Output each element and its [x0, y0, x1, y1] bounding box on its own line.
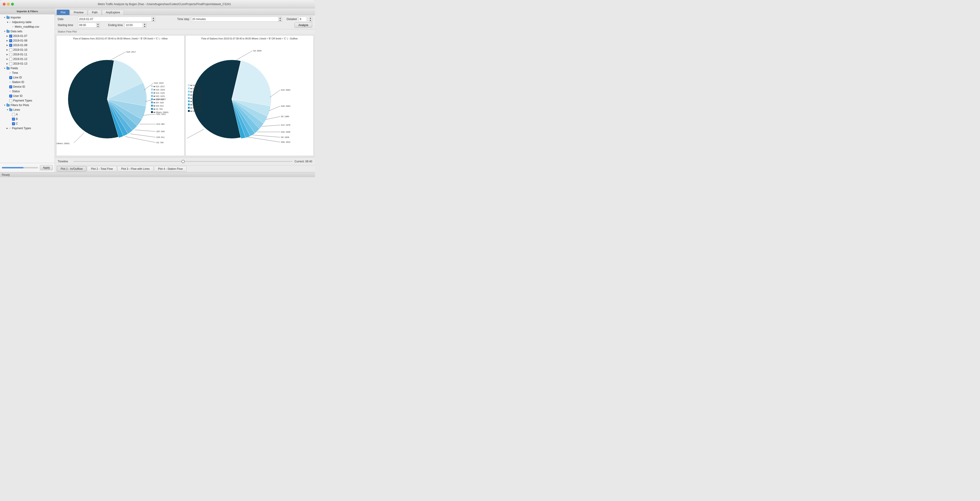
tab-path[interactable]: Path: [88, 10, 102, 15]
sidebar-item-datasets[interactable]: ▼ Data sets: [0, 29, 55, 34]
close-button[interactable]: [3, 3, 6, 6]
apply-button[interactable]: Apply: [40, 165, 53, 170]
controls-row-2: Starting time ▲ ▼ Ending time ▲: [58, 22, 312, 28]
inflow-legend: ■ S15: 2517 ■ S16: 1623 ■ S14: 1101 ■ S2…: [151, 85, 169, 113]
svg-rect-39: [151, 105, 153, 107]
starting-time-input[interactable]: [78, 22, 96, 28]
sidebar-item-2019-01-07[interactable]: ▶ 2019-01-07: [0, 34, 55, 38]
svg-line-68: [247, 137, 280, 142]
minimize-button[interactable]: [7, 3, 10, 6]
inflow-chart-title: Flow of Stations from 2019-01-07 08:40 t…: [73, 37, 168, 40]
start-time-down-btn[interactable]: ▼: [96, 25, 100, 27]
checkbox-payment-types[interactable]: [9, 99, 12, 102]
checkbox-user-id[interactable]: [9, 94, 12, 97]
importer-label: Importer: [11, 16, 21, 19]
svg-text:■ Others: 25601: ■ Others: 25601: [154, 111, 169, 113]
detailed-input[interactable]: [299, 17, 307, 22]
timestep-up-btn[interactable]: ▲: [278, 17, 282, 19]
ending-time-input[interactable]: [124, 22, 143, 28]
sidebar-item-2019-01-13[interactable]: ▶ 2019-01-13: [0, 61, 55, 66]
svg-text:S4: 4630: S4: 4630: [253, 49, 261, 52]
sidebar-item-payment-types[interactable]: Payment Types: [0, 98, 55, 103]
sidebar-item-line-id[interactable]: Line ID: [0, 75, 55, 80]
checkbox-2019-01-11[interactable]: [9, 53, 12, 56]
sidebar-item-2019-01-09[interactable]: ▶ 2019-01-09: [0, 43, 55, 48]
sidebar-item-time[interactable]: ✓ Time: [0, 70, 55, 75]
start-time-up-btn[interactable]: ▲: [96, 23, 100, 25]
sidebar-item-station-id[interactable]: ✓ Station ID: [0, 80, 55, 85]
checkbox-2019-01-13[interactable]: [9, 62, 12, 65]
window-title: Metro Traffic Analyzer by Bugen Zhao - /…: [17, 3, 312, 6]
status-bar: Ready: [0, 172, 315, 177]
svg-text:S56: 1815: S56: 1815: [281, 141, 290, 143]
bottom-tab-stationflow[interactable]: Plot 4 - Station Flow: [154, 166, 186, 172]
sidebar-item-user-id[interactable]: User ID: [0, 94, 55, 98]
checkbox-2019-01-08[interactable]: [9, 39, 12, 42]
sidebar-item-status[interactable]: ✓ Status: [0, 89, 55, 94]
progress-bar: [2, 167, 38, 168]
sidebar-item-filters[interactable]: ▼ Filters for Plots: [0, 103, 55, 107]
tab-plot[interactable]: Plot: [57, 10, 69, 15]
svg-line-19: [135, 130, 156, 131]
timeline-track[interactable]: [73, 161, 293, 162]
date-down-btn[interactable]: ▼: [152, 19, 155, 21]
sidebar-item-payment-types-filter[interactable]: ▶ ✓ Payment Types: [0, 126, 55, 131]
bottom-tab-inoutflow[interactable]: Plot 1 - In/Outflow: [57, 166, 86, 172]
date-up-btn[interactable]: ▲: [152, 17, 155, 19]
checkbox-2019-01-10[interactable]: [9, 48, 12, 51]
outflow-svg: S4: 4630 S15: 3063 S46: 2063 S5: 1980 S1…: [186, 48, 313, 148]
checkbox-2019-01-12[interactable]: [9, 57, 12, 61]
detailed-up-btn[interactable]: ▲: [309, 17, 312, 19]
sidebar: Importer & Filters ▼ Importer ▼ ✓ Adjace…: [0, 8, 55, 172]
detailed-down-btn[interactable]: ▼: [309, 19, 312, 21]
timestep-input[interactable]: [191, 17, 278, 22]
tab-preview[interactable]: Preview: [70, 10, 88, 15]
analyze-button[interactable]: Analyze: [294, 22, 312, 28]
svg-text:■ S46: 2063: ■ S46: 2063: [191, 91, 202, 93]
checkbox-line-a[interactable]: [12, 113, 15, 116]
svg-rect-88: [188, 110, 190, 112]
svg-text:■ S57: 820: ■ S57: 820: [154, 102, 164, 104]
checkbox-2019-01-09[interactable]: [9, 44, 12, 47]
bottom-tab-totalflow[interactable]: Plot 2 - Total Flow: [87, 166, 117, 172]
sidebar-item-line-a[interactable]: A: [0, 112, 55, 117]
checkbox-line-id[interactable]: [9, 76, 12, 79]
svg-text:■ S9: 1828: ■ S9: 1828: [191, 104, 200, 106]
sidebar-item-2019-01-08[interactable]: ▶ 2019-01-08: [0, 38, 55, 43]
checkbox-line-c[interactable]: [12, 122, 15, 125]
date-input[interactable]: [78, 17, 152, 22]
sidebar-item-2019-01-11[interactable]: ▶ 2019-01-11: [0, 52, 55, 57]
svg-line-15: [143, 114, 156, 115]
sidebar-item-2019-01-12[interactable]: ▶ 2019-01-12: [0, 57, 55, 61]
sidebar-item-adjacency[interactable]: ▼ ✓ Adjacency table: [0, 20, 55, 24]
tab-anyexplore[interactable]: AnyExplore: [102, 10, 124, 15]
timestep-down-btn[interactable]: ▼: [278, 19, 282, 21]
sidebar-item-metro-roadmap[interactable]: ✓ Metro_roadMap.csv: [0, 24, 55, 29]
main-content: Plot Preview Path AnyExplore Date: [55, 8, 315, 172]
sidebar-item-line-b[interactable]: B: [0, 117, 55, 121]
sidebar-item-device-id[interactable]: Device ID: [0, 85, 55, 89]
checkbox-line-b[interactable]: [12, 118, 15, 121]
svg-text:S15: 2517: S15: 2517: [126, 51, 136, 53]
fields-label: Fields: [11, 67, 18, 70]
svg-text:■ S5: 1980: ■ S5: 1980: [191, 94, 200, 96]
sidebar-item-2019-01-10[interactable]: ▶ 2019-01-10: [0, 48, 55, 52]
sidebar-item-lines[interactable]: ▼ Lines: [0, 107, 55, 112]
svg-text:S12: 1978: S12: 1978: [281, 124, 290, 126]
end-time-up-btn[interactable]: ▲: [143, 23, 146, 25]
filters-label: Filters for Plots: [11, 104, 29, 107]
maximize-button[interactable]: [11, 3, 14, 6]
timeline-thumb[interactable]: [181, 160, 185, 163]
checkbox-device-id[interactable]: [9, 85, 12, 88]
sidebar-item-fields[interactable]: ▼ Fields: [0, 66, 55, 70]
svg-line-62: [262, 125, 280, 126]
end-time-down-btn[interactable]: ▼: [143, 25, 146, 27]
sidebar-item-importer[interactable]: ▼ Importer: [0, 15, 55, 20]
outflow-chart-title: Flow of Stations from 2019-01-07 08:40 t…: [201, 37, 298, 40]
checkbox-2019-01-07[interactable]: [9, 35, 12, 38]
sidebar-item-line-c[interactable]: C: [0, 121, 55, 126]
bottom-tab-flowlines[interactable]: Plot 3 - Flow with Lines: [118, 166, 154, 172]
svg-rect-33: [151, 95, 153, 97]
svg-rect-27: [151, 85, 153, 87]
svg-text:S3: 793: S3: 793: [156, 141, 164, 144]
